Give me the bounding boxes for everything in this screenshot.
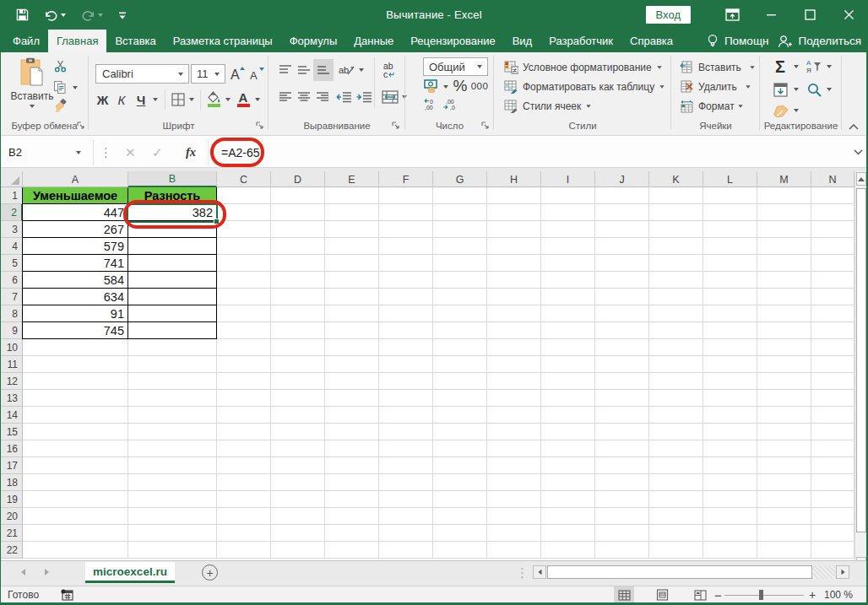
orientation-dropdown-arrow[interactable] (359, 68, 364, 72)
increase-font-button[interactable]: A (229, 62, 246, 84)
row-header-12[interactable]: 12 (0, 373, 22, 390)
column-header-C[interactable]: C (217, 171, 271, 187)
cut-button[interactable] (52, 59, 68, 73)
clear-button[interactable] (772, 103, 789, 118)
fill-color-button[interactable] (205, 89, 222, 109)
name-box[interactable]: B2 (0, 138, 93, 167)
row-header-9[interactable]: 9 (0, 322, 22, 339)
accounting-format-button[interactable] (423, 78, 440, 94)
number-format-combo[interactable]: Общий (423, 57, 488, 76)
share-button[interactable]: Поделиться (777, 35, 861, 48)
align-middle-button[interactable] (296, 61, 312, 79)
formula-input[interactable]: =A2-65 (221, 138, 260, 167)
select-all-button[interactable] (0, 171, 23, 187)
clear-dropdown-arrow[interactable] (794, 109, 799, 112)
formula-bar-grip[interactable]: ⋮ (100, 138, 112, 167)
row-header-17[interactable]: 17 (0, 457, 22, 474)
cell-B6[interactable] (128, 272, 217, 289)
increase-decimal-button[interactable]: 0 ,00 (423, 97, 438, 111)
row-header-10[interactable]: 10 (0, 339, 22, 356)
insert-cells-button[interactable]: Вставить (680, 61, 755, 74)
column-header-N[interactable]: N (811, 171, 854, 187)
cell-B3[interactable] (128, 221, 217, 238)
row-header-19[interactable]: 19 (0, 491, 22, 508)
cell-A9[interactable]: 745 (23, 322, 128, 339)
row-header-16[interactable]: 16 (0, 440, 22, 457)
cell-B7[interactable] (128, 289, 217, 305)
ribbon-tab-home[interactable]: Главная (48, 30, 106, 52)
row-header-21[interactable]: 21 (0, 525, 22, 542)
alignment-dialog-launcher[interactable] (392, 122, 400, 130)
font-size-combo[interactable]: 11 (191, 64, 225, 84)
row-header-15[interactable]: 15 (0, 424, 22, 440)
next-sheet-button[interactable] (45, 569, 49, 575)
delete-cells-arrow[interactable] (746, 85, 750, 89)
tabbar-splitter[interactable]: ⋮ (516, 561, 529, 584)
cell-A8[interactable]: 91 (23, 305, 128, 322)
column-header-J[interactable]: J (595, 171, 649, 187)
expand-formula-bar-button[interactable] (854, 138, 863, 167)
sort-filter-button[interactable]: А Я (805, 57, 823, 77)
row-header-4[interactable]: 4 (0, 238, 22, 255)
borders-button[interactable] (170, 90, 187, 109)
column-header-F[interactable]: F (379, 171, 433, 187)
zoom-slider-handle[interactable] (759, 590, 763, 600)
column-header-H[interactable]: H (487, 171, 541, 187)
decrease-font-button[interactable]: A (248, 62, 265, 84)
delete-cells-button[interactable]: Удалить (680, 80, 751, 94)
merge-center-button[interactable] (380, 88, 400, 106)
cell-B5[interactable] (128, 255, 217, 272)
font-color-button[interactable]: А (235, 89, 252, 109)
cancel-button[interactable]: ✕ (125, 138, 136, 167)
copy-dropdown-arrow[interactable] (73, 86, 78, 89)
cell-styles-arrow[interactable] (587, 105, 591, 108)
font-color-dropdown-arrow[interactable] (255, 98, 260, 101)
sign-in-button[interactable]: Вход (646, 6, 691, 24)
ribbon-tab-file[interactable]: Файл (4, 30, 48, 52)
cell-styles-button[interactable]: Стили ячеек (504, 100, 591, 113)
ribbon-tab-developer[interactable]: Разработчик (540, 30, 621, 52)
view-normal-button[interactable] (614, 586, 634, 603)
percent-style-button[interactable]: % (452, 76, 469, 96)
ribbon-tab-formulas[interactable]: Формулы (281, 30, 346, 52)
bold-button[interactable]: Ж (95, 90, 111, 109)
column-header-D[interactable]: D (271, 171, 325, 187)
maximize-button[interactable] (790, 0, 829, 30)
row-header-18[interactable]: 18 (0, 474, 22, 491)
cell-A6[interactable]: 584 (23, 272, 128, 289)
align-center-button[interactable] (296, 88, 312, 106)
conditional-formatting-button[interactable]: ≠ Условное форматирование (504, 61, 662, 74)
cell-A5[interactable]: 741 (23, 255, 128, 272)
insert-function-button[interactable]: fx (186, 138, 196, 167)
cell-A4[interactable]: 579 (23, 238, 128, 255)
column-header-L[interactable]: L (703, 171, 757, 187)
row-header-13[interactable]: 13 (0, 390, 22, 407)
sort-filter-dropdown-arrow[interactable] (827, 65, 832, 68)
column-header-B[interactable]: B (128, 171, 217, 187)
vertical-scroll-thumb[interactable] (856, 188, 866, 532)
column-header-K[interactable]: K (649, 171, 703, 187)
assistant-button[interactable]: Помощн (707, 34, 769, 48)
decrease-decimal-button[interactable]: ,00 ,0 (442, 97, 457, 111)
number-format-arrow[interactable] (477, 65, 482, 68)
macro-record-icon[interactable] (61, 589, 73, 601)
comma-style-button[interactable]: 000 (471, 78, 488, 94)
ribbon-tab-review[interactable]: Рецензирование (402, 30, 503, 52)
insert-cells-arrow[interactable] (750, 66, 754, 69)
paste-dropdown-arrow[interactable] (30, 105, 35, 108)
fill-button[interactable] (772, 81, 789, 98)
sheet-tab-active[interactable]: microexcel.ru (85, 562, 175, 583)
increase-indent-button[interactable] (355, 88, 373, 106)
row-header-20[interactable]: 20 (0, 508, 22, 525)
clipboard-dialog-launcher[interactable] (77, 122, 85, 130)
autosum-button[interactable]: Σ (771, 57, 789, 76)
column-header-A[interactable]: A (23, 171, 128, 187)
ribbon-tab-layout[interactable]: Разметка страницы (165, 30, 281, 52)
view-page-layout-button[interactable] (652, 586, 672, 603)
horizontal-scroll-thumb[interactable] (547, 565, 812, 579)
align-right-button[interactable] (314, 88, 331, 106)
cell-A2[interactable]: 447 (23, 204, 128, 221)
fill-dropdown-arrow[interactable] (794, 88, 799, 91)
cell-B1[interactable]: Разность (128, 187, 217, 204)
paste-button[interactable]: Вставить (12, 57, 52, 118)
